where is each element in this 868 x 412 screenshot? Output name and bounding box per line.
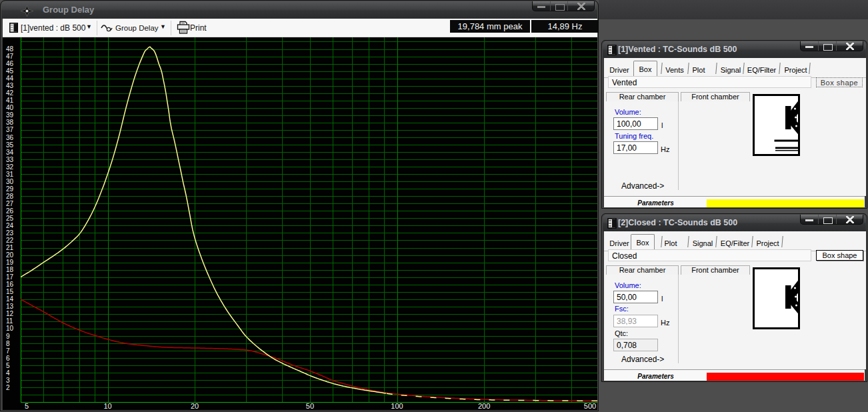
svg-text:34: 34 [6, 149, 14, 156]
svg-text:48: 48 [6, 45, 14, 53]
svg-text:500: 500 [584, 402, 596, 410]
svg-text:5: 5 [6, 362, 10, 369]
svg-text:32: 32 [6, 163, 14, 171]
svg-text:44: 44 [6, 75, 14, 82]
svg-text:9: 9 [6, 333, 10, 340]
svg-text:7: 7 [6, 347, 10, 355]
svg-text:46: 46 [6, 60, 14, 67]
svg-text:200: 200 [478, 402, 490, 410]
svg-text:37: 37 [6, 126, 14, 133]
svg-text:4: 4 [6, 369, 10, 377]
svg-text:25: 25 [6, 215, 14, 222]
svg-text:21: 21 [6, 244, 14, 251]
svg-text:23: 23 [6, 229, 14, 237]
svg-text:35: 35 [6, 141, 14, 149]
svg-text:30: 30 [6, 178, 14, 185]
svg-text:14: 14 [6, 295, 14, 303]
svg-text:41: 41 [6, 97, 14, 104]
svg-text:13: 13 [6, 303, 14, 310]
svg-text:3: 3 [6, 377, 10, 384]
svg-text:26: 26 [6, 207, 14, 215]
svg-text:45: 45 [6, 67, 14, 75]
svg-text:20: 20 [6, 251, 14, 259]
svg-text:40: 40 [6, 104, 14, 111]
svg-text:5: 5 [25, 402, 29, 410]
svg-text:10: 10 [103, 402, 111, 410]
svg-text:19: 19 [6, 259, 14, 266]
svg-text:42: 42 [6, 89, 14, 97]
svg-text:28: 28 [6, 193, 14, 200]
svg-text:47: 47 [6, 53, 14, 60]
svg-text:39: 39 [6, 111, 14, 119]
svg-text:22: 22 [6, 237, 14, 244]
svg-text:38: 38 [6, 119, 14, 126]
svg-text:33: 33 [6, 156, 14, 163]
svg-text:10: 10 [6, 325, 14, 332]
svg-text:17: 17 [6, 273, 14, 281]
svg-text:31: 31 [6, 171, 14, 178]
svg-text:11: 11 [6, 317, 13, 325]
svg-text:43: 43 [6, 82, 14, 89]
svg-text:36: 36 [6, 134, 14, 141]
svg-text:12: 12 [6, 310, 14, 317]
svg-text:15: 15 [6, 288, 14, 295]
svg-text:8: 8 [6, 340, 10, 347]
svg-text:16: 16 [6, 281, 14, 288]
svg-text:20: 20 [191, 402, 199, 410]
svg-text:29: 29 [6, 185, 14, 193]
svg-text:100: 100 [391, 402, 403, 410]
svg-text:50: 50 [306, 402, 314, 410]
svg-text:24: 24 [6, 222, 14, 229]
svg-text:6: 6 [6, 355, 10, 362]
svg-text:2: 2 [6, 384, 10, 391]
svg-text:27: 27 [6, 200, 14, 207]
svg-text:18: 18 [6, 266, 14, 273]
